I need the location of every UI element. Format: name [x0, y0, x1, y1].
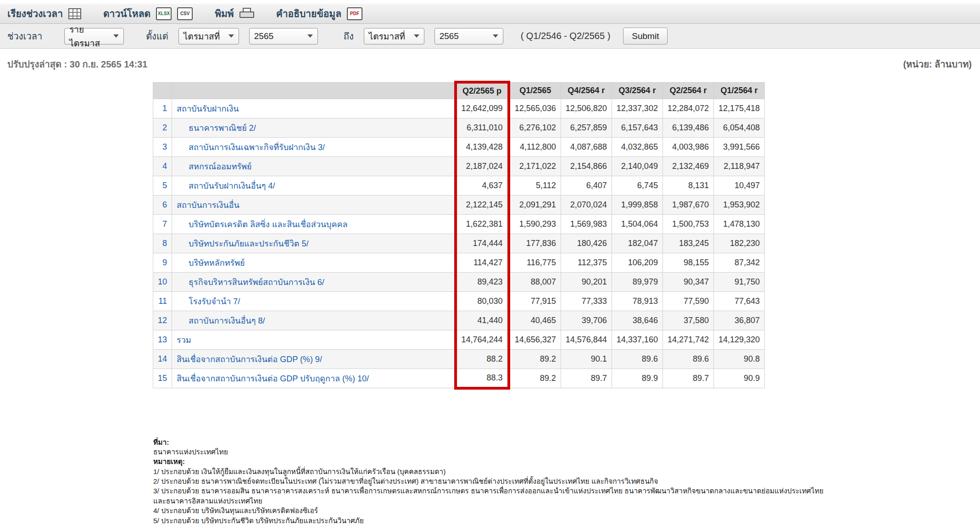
last-updated-text: ปรับปรุงล่าสุด : 30 ก.ย. 2565 14:31: [7, 57, 147, 72]
cell-value: 12,175,418: [714, 99, 765, 118]
cell-value: 1,504,064: [612, 215, 663, 234]
row-label-link[interactable]: ธนาคารพาณิชย์ 2/: [172, 118, 456, 138]
download-label: ดาวน์โหลด: [103, 6, 150, 21]
to-label: ถึง: [344, 29, 354, 44]
cell-value: 2,070,024: [561, 195, 612, 215]
toolbar-item-print[interactable]: พิมพ์: [215, 6, 254, 21]
row-label-link[interactable]: สหกรณ์ออมทรัพย์: [172, 157, 456, 176]
cell-value: 40,465: [509, 311, 561, 330]
cell-value: 14,129,320: [714, 330, 765, 350]
toolbar-item-sort-period[interactable]: เรียงช่วงเวลา: [7, 6, 81, 21]
pdf-file-icon[interactable]: PDF: [347, 7, 362, 20]
cell-value: 6,311,010: [456, 118, 509, 138]
table-row: 2 ธนาคารพาณิชย์ 2/ 6,311,010 6,276,102 6…: [153, 118, 765, 138]
source-text: ธนาคารแห่งประเทศไทย: [153, 447, 833, 457]
row-label-link[interactable]: รวม: [172, 330, 456, 350]
cell-value: 90.1: [561, 350, 612, 369]
row-label-link[interactable]: บริษัทหลักทรัพย์: [172, 253, 456, 273]
table-row: 11 โรงรับจำนำ 7/ 80,030 77,915 77,333 78…: [153, 292, 765, 311]
cell-value: 12,284,072: [663, 99, 713, 118]
toolbar-item-download[interactable]: ดาวน์โหลด XLSX CSV: [103, 6, 193, 21]
printer-icon: [239, 8, 254, 20]
table-row: 14 สินเชื่อจากสถาบันการเงินต่อ GDP (%) 9…: [153, 350, 765, 369]
row-label-link[interactable]: บริษัทประกันภัยและประกันชีวิต 5/: [172, 234, 456, 253]
cell-value: 8,131: [663, 176, 713, 195]
table-container: Q2/2565 p Q1/2565 Q4/2564 r Q3/2564 r Q2…: [153, 81, 980, 390]
row-label-link[interactable]: สถาบันการเงินเฉพาะกิจที่รับฝากเงิน 3/: [172, 138, 456, 157]
cell-value: 12,642,099: [456, 99, 509, 118]
cell-value: 1,478,130: [714, 215, 765, 234]
cell-value: 77,915: [509, 292, 561, 311]
cell-value: 80,030: [456, 292, 509, 311]
row-number: 14: [153, 350, 172, 369]
row-label-link[interactable]: สถาบันรับฝากเงินอื่นๆ 4/: [172, 176, 456, 195]
cell-value: 89.6: [612, 350, 663, 369]
cell-value: 77,590: [663, 292, 713, 311]
cell-value: 87,342: [714, 253, 765, 273]
cell-value: 3,991,566: [714, 138, 765, 157]
submit-button[interactable]: Submit: [623, 28, 668, 45]
cell-value: 78,913: [612, 292, 663, 311]
cell-value: 1,590,293: [509, 215, 561, 234]
row-number-header: [153, 82, 172, 99]
row-number: 5: [153, 176, 172, 195]
row-number: 15: [153, 369, 172, 388]
from-label: ตั้งแต่: [146, 29, 168, 44]
cell-value: 6,157,643: [612, 118, 663, 138]
cell-value: 2,118,947: [714, 157, 765, 176]
cell-value: 4,032,865: [612, 138, 663, 157]
cell-value: 89.6: [663, 350, 713, 369]
cell-value: 116,775: [509, 253, 561, 273]
row-label-link[interactable]: สถาบันการเงินอื่น: [172, 195, 456, 215]
row-label-link[interactable]: สินเชื่อจากสถาบันการเงินต่อ GDP ปรับฤดูก…: [172, 369, 456, 388]
table-row: 13 รวม 14,764,244 14,656,327 14,576,844 …: [153, 330, 765, 350]
cell-value: 89.2: [509, 369, 561, 388]
cell-value: 6,257,859: [561, 118, 612, 138]
cell-value: 6,276,102: [509, 118, 561, 138]
cell-value: 4,003,986: [663, 138, 713, 157]
cell-value: 14,656,327: [509, 330, 561, 350]
cell-value: 14,337,160: [612, 330, 663, 350]
row-label-link[interactable]: โรงรับจำนำ 7/: [172, 292, 456, 311]
csv-file-icon[interactable]: CSV: [177, 7, 193, 20]
xlsx-file-icon[interactable]: XLSX: [156, 7, 172, 20]
from-year-select[interactable]: 2565: [249, 28, 318, 45]
toolbar-item-data-description[interactable]: คำอธิบายข้อมูล PDF: [276, 6, 362, 21]
cell-value: 39,706: [561, 311, 612, 330]
row-label-link[interactable]: สินเชื่อจากสถาบันการเงินต่อ GDP (%) 9/: [172, 350, 456, 369]
to-quarter-select[interactable]: ไตรมาสที่: [364, 28, 424, 45]
table-row: 6 สถาบันการเงินอื่น 2,122,145 2,091,291 …: [153, 195, 765, 215]
table-row: 12 สถาบันการเงินอื่นๆ 8/ 41,440 40,465 3…: [153, 311, 765, 330]
cell-value: 89.9: [612, 369, 663, 388]
table-row: 15 สินเชื่อจากสถาบันการเงินต่อ GDP ปรับฤ…: [153, 369, 765, 388]
footnote-line: 4/ ประกอบด้วย บริษัทเงินทุนและบริษัทเครด…: [153, 506, 833, 515]
from-quarter-select[interactable]: ไตรมาสที่: [178, 28, 239, 45]
cell-value: 2,171,022: [509, 157, 561, 176]
cell-value: 41,440: [456, 311, 509, 330]
row-number: 9: [153, 253, 172, 273]
row-number: 13: [153, 330, 172, 350]
row-label-link[interactable]: บริษัทบัตรเครดิต ลิสซิ่ง และสินเชื่อส่วน…: [172, 215, 456, 234]
toolbar: เรียงช่วงเวลา ดาวน์โหลด XLSX CSV พิมพ์ ค…: [0, 4, 980, 24]
to-year-select[interactable]: 2565: [434, 28, 503, 45]
row-label-link[interactable]: สถาบันการเงินอื่นๆ 8/: [172, 311, 456, 330]
row-number: 6: [153, 195, 172, 215]
available-range-hint: ( Q1/2546 - Q2/2565 ): [521, 31, 611, 41]
cell-value: 4,637: [456, 176, 509, 195]
row-label-link[interactable]: สถาบันรับฝากเงิน: [172, 99, 456, 118]
cell-value: 6,407: [561, 176, 612, 195]
footnote-line: 3/ ประกอบด้วย ธนาคารออมสิน ธนาคารอาคารสง…: [153, 486, 833, 506]
cell-value: 183,245: [663, 234, 713, 253]
cell-value: 4,112,800: [509, 138, 561, 157]
row-number: 10: [153, 273, 172, 292]
cell-value: 1,999,858: [612, 195, 663, 215]
cell-value: 14,576,844: [561, 330, 612, 350]
sort-period-label: เรียงช่วงเวลา: [7, 6, 63, 21]
row-number: 4: [153, 157, 172, 176]
frequency-select[interactable]: รายไตรมาส: [64, 28, 124, 45]
column-header: Q2/2564 r: [663, 82, 713, 99]
to-quarter-value: ไตรมาสที่: [369, 29, 405, 43]
frequency-value: รายไตรมาส: [69, 22, 109, 50]
row-label-link[interactable]: ธุรกิจบริหารสินทรัพย์สถาบันการเงิน 6/: [172, 273, 456, 292]
cell-value: 1,569,983: [561, 215, 612, 234]
